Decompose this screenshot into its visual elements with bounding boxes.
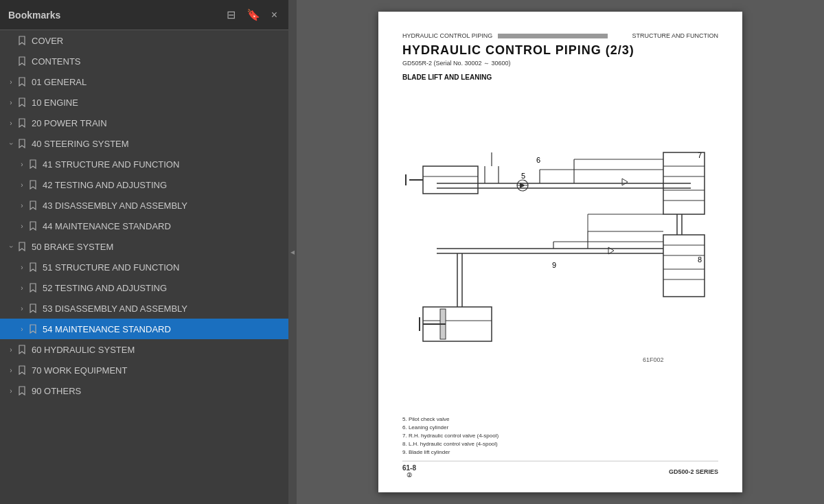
toggle-icon-53disassembly[interactable]: › — [16, 305, 27, 312]
section-title: BLADE LIFT AND LEANING — [402, 73, 718, 81]
bookmark-flag-50brake — [16, 242, 27, 251]
bookmark-label-42testing: 42 TESTING AND ADJUSTING — [43, 180, 283, 190]
sidebar: Bookmarks ⊟ 🔖 × ›COVER›CONTENTS›01 GENER… — [0, 0, 288, 504]
legend-item-9: 9. Blade lift cylinder — [402, 448, 718, 457]
bookmark-label-54maintenance: 54 MAINTENANCE STANDARD — [43, 324, 283, 334]
bookmark-label-contents: CONTENTS — [32, 56, 283, 67]
toggle-icon-90others[interactable]: › — [5, 387, 16, 395]
bookmark-item-42testing[interactable]: ›42 TESTING AND ADJUSTING — [0, 174, 288, 195]
bookmark-item-cover[interactable]: ›COVER — [0, 30, 288, 51]
toggle-icon-42testing[interactable]: › — [16, 181, 27, 189]
toggle-icon-52testing[interactable]: › — [16, 284, 27, 292]
splitter[interactable]: ◂ — [288, 0, 297, 504]
toggle-icon-50brake[interactable]: › — [8, 241, 15, 252]
svg-text:6: 6 — [536, 156, 540, 164]
bookmark-flag-53disassembly — [27, 303, 38, 313]
page-header-left: HYDRAULIC CONTROL PIPING — [402, 32, 610, 39]
bookmark-item-60hydraulic[interactable]: ›60 HYDRAULIC SYSTEM — [0, 339, 288, 360]
toggle-icon-40steering[interactable]: › — [8, 138, 15, 149]
svg-text:5: 5 — [521, 172, 525, 180]
bookmark-flag-43disassembly — [27, 201, 38, 210]
bookmark-flag-60hydraulic — [16, 345, 27, 354]
bookmark-label-52testing: 52 TESTING AND ADJUSTING — [43, 283, 283, 293]
bookmark-flag-01general — [16, 77, 27, 87]
toggle-icon-70work[interactable]: › — [5, 367, 16, 374]
bookmark-icon: 🔖 — [247, 8, 260, 21]
bookmark-flag-42testing — [27, 180, 38, 190]
toggle-icon-41structure[interactable]: › — [16, 161, 27, 168]
sidebar-header: Bookmarks ⊟ 🔖 × — [0, 0, 288, 30]
bookmark-item-51structure[interactable]: ›51 STRUCTURE AND FUNCTION — [0, 257, 288, 277]
svg-text:8: 8 — [698, 255, 702, 264]
bookmark-item-54maintenance[interactable]: ›54 MAINTENANCE STANDARD — [0, 319, 288, 339]
bookmark-flag-20powertrain — [16, 118, 27, 128]
bookmark-label-20powertrain: 20 POWER TRAIN — [32, 118, 283, 128]
bookmark-flag-51structure — [27, 262, 38, 272]
bookmark-label-cover: COVER — [32, 36, 283, 46]
bookmark-label-10engine: 10 ENGINE — [32, 98, 283, 108]
hydraulic-diagram-svg: 6 5 7 8 9 — [402, 132, 718, 365]
bookmark-label-70work: 70 WORK EQUIPMENT — [32, 365, 283, 376]
bookmark-item-70work[interactable]: ›70 WORK EQUIPMENT — [0, 360, 288, 380]
bookmark-flag-10engine — [16, 98, 27, 107]
list-icon: ⊟ — [227, 8, 236, 21]
toggle-icon-20powertrain[interactable]: › — [5, 119, 16, 127]
legend-item-5: 5. Pilot check valve — [402, 415, 718, 424]
bookmark-item-20powertrain[interactable]: ›20 POWER TRAIN — [0, 113, 288, 133]
diagram-svg: 6 5 7 8 9 — [402, 87, 718, 410]
close-button[interactable]: × — [268, 8, 280, 23]
bookmark-item-50brake[interactable]: ›50 BRAKE SYSTEM — [0, 236, 288, 257]
toggle-icon-43disassembly[interactable]: › — [16, 202, 27, 209]
bookmark-label-01general: 01 GENERAL — [32, 77, 283, 87]
legend-item-6: 6. Leaning cylinder — [402, 424, 718, 432]
toggle-icon-60hydraulic[interactable]: › — [5, 346, 16, 354]
page-subtitle: GD505R-2 (Serial No. 30002 ～ 30600) — [402, 59, 718, 68]
bookmark-label-90others: 90 OTHERS — [32, 386, 283, 396]
bookmark-label-41structure: 41 STRUCTURE AND FUNCTION — [43, 159, 283, 170]
bookmark-item-01general[interactable]: ›01 GENERAL — [0, 71, 288, 92]
diagram-code-label: 61F002 — [643, 356, 664, 363]
bookmark-item-52testing[interactable]: ›52 TESTING AND ADJUSTING — [0, 277, 288, 298]
bookmark-item-contents[interactable]: ›CONTENTS — [0, 51, 288, 71]
bookmark-flag-54maintenance — [27, 324, 38, 334]
splitter-icon: ◂ — [290, 247, 295, 257]
bookmark-item-43disassembly[interactable]: ›43 DISASSEMBLY AND ASSEMBLY — [0, 195, 288, 216]
legend-section: 5. Pilot check valve 6. Leaning cylinder… — [402, 415, 718, 457]
page-footer: 61-8 ② GD500-2 SERIES — [402, 461, 718, 479]
bookmark-label-53disassembly: 53 DISASSEMBLY AND ASSEMBLY — [43, 303, 283, 314]
bookmark-icon-button[interactable]: 🔖 — [244, 7, 263, 23]
page-number: 61-8 ② — [402, 464, 416, 479]
page-series: GD500-2 SERIES — [669, 468, 718, 475]
bookmark-label-50brake: 50 BRAKE SYSTEM — [32, 242, 283, 252]
document-page: HYDRAULIC CONTROL PIPING STRUCTURE AND F… — [378, 12, 742, 492]
bookmark-item-53disassembly[interactable]: ›53 DISASSEMBLY AND ASSEMBLY — [0, 298, 288, 319]
bookmark-item-10engine[interactable]: ›10 ENGINE — [0, 92, 288, 113]
toggle-icon-51structure[interactable]: › — [16, 264, 27, 271]
bookmark-item-40steering[interactable]: ›40 STEERING SYSTEM — [0, 133, 288, 154]
page-header: HYDRAULIC CONTROL PIPING STRUCTURE AND F… — [402, 32, 718, 39]
list-view-button[interactable]: ⊟ — [224, 7, 238, 23]
header-actions: ⊟ 🔖 × — [224, 7, 280, 23]
bookmark-label-51structure: 51 STRUCTURE AND FUNCTION — [43, 262, 283, 273]
page-header-right: STRUCTURE AND FUNCTION — [632, 32, 719, 39]
toggle-icon-54maintenance[interactable]: › — [16, 325, 27, 333]
bookmark-item-90others[interactable]: ›90 OTHERS — [0, 380, 288, 401]
bookmark-flag-44maintenance — [27, 221, 38, 231]
bookmark-flag-70work — [16, 365, 27, 375]
bookmark-item-44maintenance[interactable]: ›44 MAINTENANCE STANDARD — [0, 216, 288, 236]
toggle-icon-10engine[interactable]: › — [5, 99, 16, 106]
bookmark-label-60hydraulic: 60 HYDRAULIC SYSTEM — [32, 345, 283, 355]
bookmark-item-41structure[interactable]: ›41 STRUCTURE AND FUNCTION — [0, 154, 288, 174]
bookmark-flag-cover — [16, 36, 27, 45]
bookmark-flag-41structure — [27, 159, 38, 169]
sidebar-title: Bookmarks — [8, 10, 60, 21]
header-bar — [498, 34, 608, 38]
toggle-icon-44maintenance[interactable]: › — [16, 222, 27, 230]
toggle-icon-01general[interactable]: › — [5, 78, 16, 86]
diagram-area: 6 5 7 8 9 — [402, 87, 718, 457]
bookmark-list[interactable]: ›COVER›CONTENTS›01 GENERAL›10 ENGINE›20 … — [0, 30, 288, 504]
bookmark-flag-90others — [16, 386, 27, 396]
bookmark-label-43disassembly: 43 DISASSEMBLY AND ASSEMBLY — [43, 201, 283, 211]
header-left-text: HYDRAULIC CONTROL PIPING — [402, 32, 492, 39]
legend-item-8: 8. L.H. hydraulic control valve (4-spool… — [402, 440, 718, 448]
